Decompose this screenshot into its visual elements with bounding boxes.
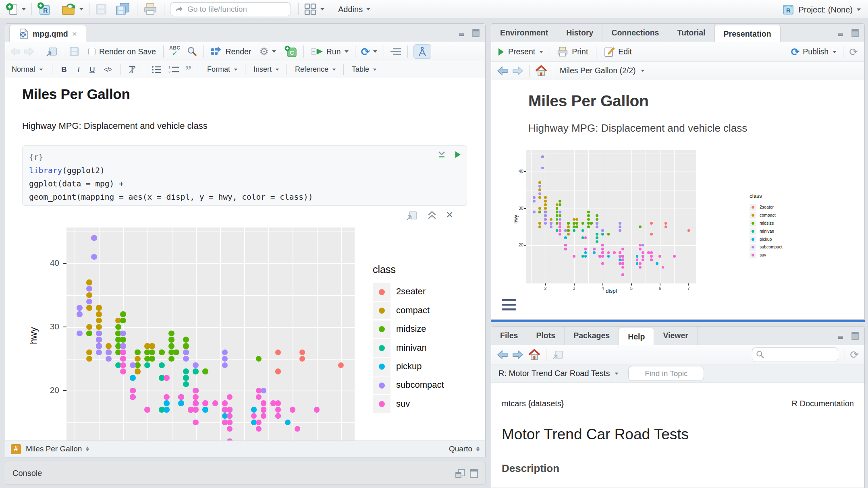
insert-caret[interactable]	[276, 68, 279, 70]
addins-menu[interactable]: Addins	[338, 5, 363, 14]
gear-icon[interactable]: ⚙	[259, 46, 268, 57]
tab-mpg-qmd[interactable]: mpg.qmd ×	[9, 25, 86, 42]
console-maximize-icon[interactable]	[470, 469, 478, 478]
new-file-icon[interactable]	[6, 2, 19, 16]
output-popout-icon[interactable]	[406, 210, 417, 221]
back-icon[interactable]	[497, 66, 508, 76]
paragraph-style-caret[interactable]	[39, 68, 43, 70]
render-icon[interactable]	[210, 47, 222, 56]
outline-selector-icon[interactable]	[86, 447, 89, 451]
slide-menu-icon[interactable]	[502, 299, 516, 313]
tab-files[interactable]: Files	[491, 327, 527, 345]
home-icon[interactable]	[535, 65, 547, 77]
publish-label[interactable]: Publish	[803, 47, 829, 56]
slide-nav-label[interactable]: Miles Per Gallon (2/2)	[560, 66, 636, 75]
minimize-icon[interactable]	[459, 29, 467, 37]
edit-label[interactable]: Edit	[618, 47, 632, 56]
new-project-icon[interactable]: R	[37, 2, 52, 17]
render-on-save-checkbox[interactable]	[88, 48, 96, 55]
run-icon[interactable]	[310, 47, 324, 56]
console-restore-icon[interactable]	[455, 469, 465, 478]
close-icon[interactable]: ×	[72, 29, 77, 39]
tab-connections[interactable]: Connections	[602, 24, 668, 42]
visual-editor-toggle[interactable]	[413, 44, 431, 59]
panes-grid-icon[interactable]	[303, 2, 317, 16]
addins-caret[interactable]	[366, 8, 370, 10]
save-icon[interactable]	[95, 3, 107, 15]
reference-menu[interactable]: Reference	[295, 65, 328, 74]
popout-icon[interactable]	[46, 46, 57, 57]
outline-location[interactable]: Miles Per Gallon	[26, 445, 82, 453]
maximize-icon[interactable]	[472, 29, 480, 37]
maximize-icon[interactable]	[851, 332, 859, 340]
new-file-caret[interactable]	[22, 8, 26, 10]
find-in-topic-input[interactable]: Find in Topic	[628, 366, 704, 381]
code-button[interactable]: </>	[104, 66, 112, 73]
help-content[interactable]: mtcars {datasets} R Documentation Motor …	[491, 383, 864, 488]
insert-menu[interactable]: Insert	[253, 65, 272, 74]
slide-nav-caret[interactable]	[641, 70, 644, 72]
presentation-content[interactable]: Miles Per Gallon Highway MPG: Displaceme…	[491, 80, 864, 319]
topic-title[interactable]: R: Motor Trend Car Road Tests	[498, 369, 610, 378]
forward-icon[interactable]	[512, 66, 523, 76]
code-chunk[interactable]: {r}library(ggplot2)ggplot(data = mpg) + …	[22, 145, 467, 206]
publish-caret[interactable]	[833, 51, 837, 53]
format-caret[interactable]	[234, 68, 237, 70]
run-label[interactable]: Run	[326, 47, 341, 56]
render-options-caret[interactable]	[272, 50, 276, 53]
goto-file-input[interactable]	[187, 4, 287, 14]
rerun-icon[interactable]: ⟳	[361, 46, 370, 57]
tab-history[interactable]: History	[557, 24, 602, 42]
goto-file-search[interactable]	[170, 2, 291, 16]
help-search-input[interactable]	[767, 350, 835, 359]
paragraph-style-select[interactable]: Normal	[12, 65, 35, 74]
print-icon[interactable]	[557, 46, 569, 58]
bullet-list-icon[interactable]	[152, 66, 161, 74]
format-menu[interactable]: Format	[207, 65, 230, 74]
find-replace-icon[interactable]	[187, 46, 197, 57]
outline-icon[interactable]	[390, 48, 401, 56]
console-header[interactable]: Console	[5, 462, 486, 485]
clear-output-icon[interactable]: ×	[446, 208, 453, 221]
clear-format-icon[interactable]	[128, 65, 137, 74]
table-menu[interactable]: Table	[352, 65, 369, 74]
present-icon[interactable]	[498, 48, 504, 56]
print-label[interactable]: Print	[572, 47, 588, 56]
refresh-icon[interactable]: ⟳	[849, 47, 858, 57]
tab-plots[interactable]: Plots	[527, 327, 565, 345]
save-all-icon[interactable]	[115, 2, 131, 16]
refresh-icon[interactable]: ⟳	[850, 349, 859, 360]
blockquote-icon[interactable]: ”	[185, 66, 191, 74]
collapse-output-icon[interactable]	[427, 210, 437, 220]
tab-help[interactable]: Help	[619, 328, 654, 345]
minimize-icon[interactable]	[838, 332, 847, 339]
tab-tutorial[interactable]: Tutorial	[668, 24, 714, 42]
run-caret[interactable]	[345, 50, 349, 53]
back-icon[interactable]	[497, 349, 508, 360]
back-icon[interactable]	[10, 47, 21, 56]
tab-viewer[interactable]: Viewer	[654, 327, 698, 345]
home-icon[interactable]	[528, 349, 540, 360]
numbered-list-icon[interactable]: 12	[168, 65, 179, 74]
insert-chunk-icon[interactable]: C	[284, 45, 297, 58]
render-label[interactable]: Render	[225, 47, 251, 56]
spellcheck-icon[interactable]: ABC ✓	[169, 46, 181, 57]
open-file-icon[interactable]	[61, 2, 77, 16]
tab-packages[interactable]: Packages	[565, 327, 619, 345]
present-label[interactable]: Present	[508, 47, 535, 56]
open-file-caret[interactable]	[79, 8, 83, 10]
popout-icon[interactable]	[552, 349, 563, 360]
run-chunks-above-icon[interactable]	[438, 151, 446, 159]
pane-resize-divider[interactable]	[491, 320, 865, 322]
print-icon[interactable]	[143, 2, 158, 16]
rerun-caret[interactable]	[373, 50, 377, 53]
italic-button[interactable]: I	[77, 65, 80, 74]
save-icon[interactable]	[69, 46, 79, 57]
forward-icon[interactable]	[512, 349, 523, 360]
panes-grid-caret[interactable]	[320, 8, 324, 10]
tab-environment[interactable]: Environment	[491, 24, 557, 42]
project-menu[interactable]: R Project: (None)	[782, 2, 861, 17]
help-search-box[interactable]	[752, 347, 838, 362]
maximize-icon[interactable]	[851, 29, 859, 37]
edit-icon[interactable]	[604, 46, 615, 58]
